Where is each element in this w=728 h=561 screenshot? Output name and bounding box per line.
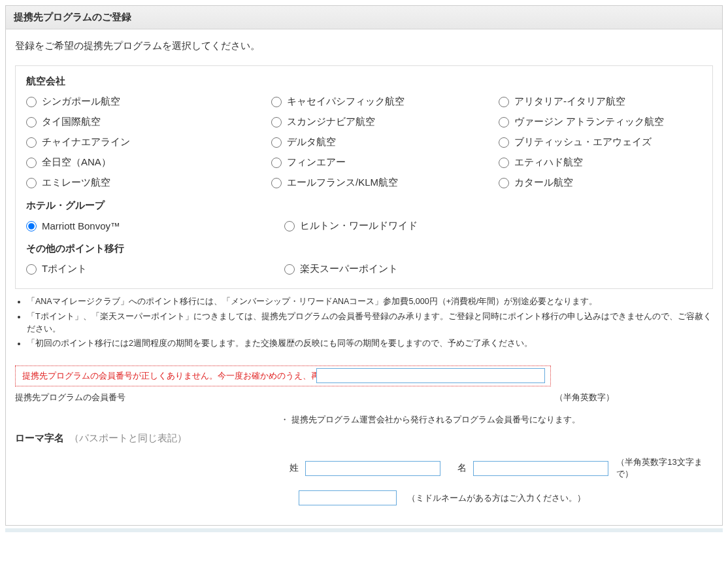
group-other-title: その他のポイント移行 xyxy=(26,243,702,255)
romaji-title: ローマ字名 xyxy=(15,432,64,443)
radio-input[interactable] xyxy=(26,178,37,188)
radio-label: エティハド航空 xyxy=(514,156,583,169)
radio-label: フィンエアー xyxy=(287,156,346,169)
radio-airline-finnair[interactable]: フィンエアー xyxy=(271,152,499,173)
radio-label: タイ国際航空 xyxy=(42,116,101,128)
last-name-input[interactable] xyxy=(305,461,440,476)
radio-input[interactable] xyxy=(499,158,509,168)
other-radio-grid: Tポイント 楽天スーパーポイント xyxy=(26,259,702,279)
group-hotels-title: ホテル・グループ xyxy=(26,199,702,212)
radio-label: キャセイパシフィック航空 xyxy=(287,95,405,108)
radio-other-rakuten[interactable]: 楽天スーパーポイント xyxy=(284,259,702,279)
radio-input[interactable] xyxy=(499,117,509,128)
member-number-input[interactable] xyxy=(316,368,545,383)
radio-airline-delta[interactable]: デルタ航空 xyxy=(271,132,499,152)
radio-label: カタール航空 xyxy=(514,177,573,189)
radio-label: Marriott Bonvoy™ xyxy=(42,220,120,231)
radio-label: 全日空（ANA） xyxy=(42,156,111,169)
radio-label: 楽天スーパーポイント xyxy=(300,263,398,275)
radio-input[interactable] xyxy=(499,137,509,148)
member-number-subhint: ・ 提携先プログラム運営会社から発行されるプログラム会員番号になります。 xyxy=(280,414,722,426)
radio-airline-alitalia[interactable]: アリタリア-イタリア航空 xyxy=(499,92,702,112)
first-name-label: 名 xyxy=(457,462,467,474)
note-item: 「初回のポイント移行には2週間程度の期間を要します。また交換履歴の反映にも同等の… xyxy=(27,337,713,350)
program-selection-box: 航空会社 シンガポール航空 キャセイパシフィック航空 アリタリア-イタリア航空 … xyxy=(15,65,713,289)
registration-page: 提携先プログラムのご登録 登録をご希望の提携先プログラムを選択してください。 航… xyxy=(5,5,723,526)
group-airlines-title: 航空会社 xyxy=(26,75,702,88)
member-number-row: 提携先プログラムの会員番号 （半角英数字） xyxy=(6,390,722,405)
radio-label: アリタリア-イタリア航空 xyxy=(514,95,625,108)
radio-airline-sas[interactable]: スカンジナビア航空 xyxy=(271,112,499,132)
radio-input[interactable] xyxy=(271,117,282,128)
radio-input[interactable] xyxy=(499,178,509,188)
radio-airline-virgin[interactable]: ヴァージン アトランティック航空 xyxy=(499,112,702,132)
romaji-section: ローマ字名 （パスポートと同じ表記） 姓 名 （半角英数字13文字まで） （ミド… xyxy=(6,426,722,525)
radio-hotel-marriott[interactable]: Marriott Bonvoy™ xyxy=(26,216,284,236)
note-item: 「Tポイント」、「楽天スーパーポイント」につきましては、提携先プログラムの会員番… xyxy=(27,311,713,335)
radio-input[interactable] xyxy=(26,221,37,231)
middle-name-row: （ミドルネームがある方はご入力ください。） xyxy=(299,490,713,505)
radio-input[interactable] xyxy=(26,97,37,107)
radio-airline-ana[interactable]: 全日空（ANA） xyxy=(26,152,271,173)
radio-label: スカンジナビア航空 xyxy=(287,116,375,128)
note-item: 「ANAマイレージクラブ」へのポイント移行には、「メンバーシップ・リワードANA… xyxy=(27,296,713,308)
first-name-input[interactable] xyxy=(473,461,608,476)
radio-label: ブリティッシュ・エアウェイズ xyxy=(514,136,652,148)
radio-input[interactable] xyxy=(26,117,37,128)
radio-label: エールフランス/KLM航空 xyxy=(287,177,398,189)
radio-airline-cathay[interactable]: キャセイパシフィック航空 xyxy=(271,92,499,112)
radio-airline-etihad[interactable]: エティハド航空 xyxy=(499,152,702,173)
member-number-hint: （半角英数字） xyxy=(555,392,614,403)
romaji-hint: （半角英数字13文字まで） xyxy=(616,456,713,480)
radio-label: シンガポール航空 xyxy=(42,95,120,108)
radio-input[interactable] xyxy=(284,264,295,275)
radio-input[interactable] xyxy=(284,221,295,231)
member-number-label: 提携先プログラムの会員番号 xyxy=(15,392,316,403)
radio-input[interactable] xyxy=(26,158,37,168)
intro-text: 登録をご希望の提携先プログラムを選択してください。 xyxy=(6,29,722,59)
bottom-band xyxy=(5,528,723,532)
radio-label: Tポイント xyxy=(42,263,87,275)
radio-input[interactable] xyxy=(26,264,37,275)
hotel-radio-grid: Marriott Bonvoy™ ヒルトン・ワールドワイド xyxy=(26,216,702,236)
radio-airline-emirates[interactable]: エミレーツ航空 xyxy=(26,173,271,193)
airline-radio-grid: シンガポール航空 キャセイパシフィック航空 アリタリア-イタリア航空 タイ国際航… xyxy=(26,92,702,193)
radio-other-tpoint[interactable]: Tポイント xyxy=(26,259,284,279)
radio-input[interactable] xyxy=(271,97,282,107)
radio-label: ヒルトン・ワールドワイド xyxy=(300,220,418,232)
middle-name-hint: （ミドルネームがある方はご入力ください。） xyxy=(407,492,586,504)
radio-input[interactable] xyxy=(26,137,37,148)
notes-list: 「ANAマイレージクラブ」へのポイント移行には、「メンバーシップ・リワードANA… xyxy=(24,296,713,350)
radio-label: ヴァージン アトランティック航空 xyxy=(514,116,664,128)
radio-input[interactable] xyxy=(271,158,282,168)
radio-airline-qatar[interactable]: カタール航空 xyxy=(499,173,702,193)
radio-input[interactable] xyxy=(499,97,509,107)
middle-name-input[interactable] xyxy=(299,490,397,505)
radio-airline-singapore[interactable]: シンガポール航空 xyxy=(26,92,271,112)
name-row: 姓 名 （半角英数字13文字まで） xyxy=(290,456,713,480)
section-title: 提携先プログラムのご登録 xyxy=(6,5,722,29)
radio-airline-thai[interactable]: タイ国際航空 xyxy=(26,112,271,132)
romaji-subtitle: （パスポートと同じ表記） xyxy=(69,432,187,443)
radio-airline-ba[interactable]: ブリティッシュ・エアウェイズ xyxy=(499,132,702,152)
radio-label: デルタ航空 xyxy=(287,136,336,148)
radio-label: チャイナエアライン xyxy=(42,136,130,148)
radio-input[interactable] xyxy=(271,178,282,188)
radio-hotel-hilton[interactable]: ヒルトン・ワールドワイド xyxy=(284,216,702,236)
radio-airline-afklm[interactable]: エールフランス/KLM航空 xyxy=(271,173,499,193)
radio-input[interactable] xyxy=(271,137,282,148)
radio-airline-chinaairlines[interactable]: チャイナエアライン xyxy=(26,132,271,152)
radio-label: エミレーツ航空 xyxy=(42,177,110,189)
last-name-label: 姓 xyxy=(290,462,299,474)
